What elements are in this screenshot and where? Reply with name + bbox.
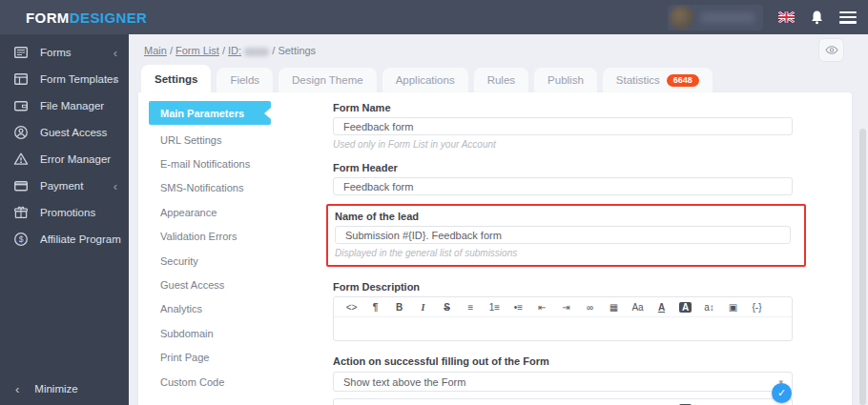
text-color-icon[interactable]: A xyxy=(650,300,673,314)
indent-icon[interactable]: ⇥ xyxy=(554,300,578,314)
promotions-icon xyxy=(13,205,29,220)
tab-label: Fields xyxy=(230,74,259,86)
breadcrumb-current: Settings xyxy=(278,45,316,56)
font-size-icon[interactable]: a↕ xyxy=(697,300,721,314)
content-area: Main / Form List / ID: / Settings Settin… xyxy=(129,34,868,405)
subnav-item-subdomain[interactable]: Subdomain xyxy=(149,321,271,345)
affiliate-program-icon: $ xyxy=(13,232,29,247)
subnav-item-url-settings[interactable]: URL Settings xyxy=(149,128,271,152)
subnav-item-main-parameters[interactable]: Main Parameters xyxy=(149,101,271,125)
tab-label: Statistics xyxy=(616,74,660,86)
subnav-item-guest-access[interactable]: Guest Access xyxy=(149,273,271,296)
align-icon[interactable]: ≡ xyxy=(459,300,483,314)
tab-applications[interactable]: Applications xyxy=(382,68,468,92)
action-selected-value: Show text above the Form xyxy=(343,376,465,388)
statistics-count-badge: 6648 xyxy=(667,74,699,87)
strikethrough-icon[interactable]: S xyxy=(435,300,459,314)
breadcrumb-separator: / xyxy=(170,45,173,56)
tab-design-theme[interactable]: Design Theme xyxy=(279,68,377,92)
form-header-input[interactable] xyxy=(333,177,793,195)
sidebar-item-label: Promotions xyxy=(40,207,95,218)
breadcrumb-link-form-list[interactable]: Form List xyxy=(176,45,219,56)
file-manager-icon xyxy=(13,98,29,113)
ordered-list-icon[interactable]: 1≡ xyxy=(483,300,506,314)
subnav-item-email-notifications[interactable]: E-mail Notifications xyxy=(149,152,271,175)
sidebar-item-label: Guest Access xyxy=(40,127,107,138)
chevron-left-icon: ‹ xyxy=(114,180,117,192)
subnav-item-print-page[interactable]: Print Page xyxy=(149,346,271,370)
sidebar-item-file-manager[interactable]: File Manager xyxy=(0,92,129,119)
subnav-item-analytics[interactable]: Analytics xyxy=(149,297,271,321)
error-manager-icon xyxy=(13,152,29,167)
breadcrumb: Main / Form List / ID: / Settings xyxy=(144,45,316,56)
sidebar-item-forms[interactable]: Forms ‹ xyxy=(0,39,129,66)
form-name-input[interactable] xyxy=(333,117,793,135)
tab-label: Design Theme xyxy=(292,74,363,86)
breadcrumb-link-main[interactable]: Main xyxy=(144,45,167,56)
paragraph-icon[interactable]: ¶ xyxy=(363,300,387,314)
sidebar-item-affiliate-program[interactable]: $ Affiliate Program xyxy=(0,226,129,253)
tab-rules[interactable]: Rules xyxy=(474,68,528,92)
sidebar-item-form-templates[interactable]: Form Templates ‹ xyxy=(0,66,129,92)
preview-form-button[interactable] xyxy=(818,38,844,62)
table-icon[interactable]: ▦ xyxy=(602,300,626,314)
breadcrumb-separator: / xyxy=(222,45,225,56)
link-icon[interactable]: ∞ xyxy=(578,300,602,314)
code-view-icon[interactable]: <> xyxy=(340,300,363,314)
logo-part-2: DESIGNER xyxy=(70,10,148,26)
italic-icon[interactable]: I xyxy=(411,300,435,314)
sidebar-item-payment[interactable]: Payment ‹ xyxy=(0,172,129,199)
language-flag-icon[interactable] xyxy=(778,11,795,23)
font-family-icon[interactable]: Aa xyxy=(626,300,650,314)
lead-name-input[interactable] xyxy=(335,226,791,244)
subnav-item-security[interactable]: Security xyxy=(149,249,271,273)
hamburger-menu-icon[interactable] xyxy=(839,11,857,24)
subnav-item-custom-code[interactable]: Custom Code xyxy=(149,370,271,394)
eye-icon xyxy=(825,46,838,54)
bold-icon[interactable]: B xyxy=(387,300,411,314)
sidebar-item-promotions[interactable]: Promotions xyxy=(0,199,129,226)
subnav-item-label: Security xyxy=(160,255,198,267)
form-description-edit-area[interactable] xyxy=(334,317,792,340)
vertical-scrollbar-thumb[interactable] xyxy=(859,129,866,405)
form-name-label: Form Name xyxy=(333,102,793,113)
sidebar-item-guest-access[interactable]: Guest Access xyxy=(0,119,129,146)
save-confirm-button[interactable]: ✓ xyxy=(772,383,792,403)
tab-fields[interactable]: Fields xyxy=(217,68,273,92)
tab-publish[interactable]: Publish xyxy=(534,68,597,92)
unordered-list-icon[interactable]: •≡ xyxy=(506,300,530,314)
success-text-editor: <>¶BIS≡1≡•≡⇤⇥∞▦AaAAa↕▣{-} xyxy=(333,398,793,405)
rich-text-toolbar: <>¶BIS≡1≡•≡⇤⇥∞▦AaAAa↕▣{-} xyxy=(334,399,792,405)
subnav-item-appearance[interactable]: Appearance xyxy=(149,200,271,224)
subnav-item-label: Analytics xyxy=(160,303,202,314)
sidebar-minimize-button[interactable]: ‹ Minimize xyxy=(0,376,129,401)
outdent-icon[interactable]: ⇤ xyxy=(530,300,554,314)
bg-color-icon[interactable]: A xyxy=(673,300,697,314)
tab-label: Applications xyxy=(396,74,455,86)
image-icon[interactable]: ▣ xyxy=(721,300,745,314)
subnav-item-sms-notifications[interactable]: SMS-Notifications xyxy=(149,176,271,200)
special-char-icon[interactable]: {-} xyxy=(745,300,769,314)
breadcrumb-link-id[interactable]: ID: xyxy=(228,45,241,56)
subnav-item-label: URL Settings xyxy=(160,134,221,146)
check-icon: ✓ xyxy=(777,387,786,399)
tab-statistics[interactable]: Statistics 6648 xyxy=(603,68,713,92)
minimize-label: Minimize xyxy=(34,383,77,395)
action-label: Action on successful filling out of the … xyxy=(333,355,793,367)
user-account-menu[interactable] xyxy=(668,5,763,30)
sidebar-item-error-manager[interactable]: Error Manager xyxy=(0,146,129,172)
subnav-item-validation-errors[interactable]: Validation Errors xyxy=(149,225,271,249)
tab-settings[interactable]: Settings xyxy=(141,65,211,92)
app-logo[interactable]: FORMDESIGNER xyxy=(26,10,147,26)
app-header: FORMDESIGNER xyxy=(0,0,868,34)
tab-label: Publish xyxy=(548,74,584,86)
rich-text-toolbar: <>¶BIS≡1≡•≡⇤⇥∞▦AaAAa↕▣{-} xyxy=(334,297,792,317)
breadcrumb-separator: / xyxy=(272,45,275,56)
subnav-item-label: Validation Errors xyxy=(160,231,238,242)
main-parameters-form: Form Name Used only in Form List in your… xyxy=(333,102,793,405)
action-select[interactable]: Show text above the Form ▾ xyxy=(333,372,793,392)
sidebar-item-label: Forms xyxy=(40,47,72,58)
notifications-bell-icon[interactable] xyxy=(810,10,824,25)
guest-access-icon xyxy=(13,125,29,140)
sidebar-item-label: Error Manager xyxy=(40,153,111,165)
